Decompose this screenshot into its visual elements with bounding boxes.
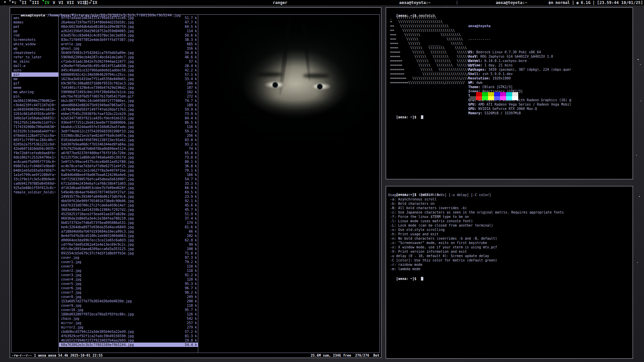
file-row[interactable]: 56469f9983c3f542042ca79fbdb5a09e.jpg34.8… bbox=[59, 51, 198, 55]
bar-tag-ª♀[interactable]: ª♀ bbox=[8, 0, 18, 5]
file-row[interactable]: cover8.jpg249 k bbox=[59, 295, 198, 299]
parent-dir-item[interactable]: d78ebb1128a4727a1c9a~ bbox=[12, 133, 58, 138]
file-row[interactable]: 06036da1b86d5a3e4c2e384fea788210.jpg37.4… bbox=[59, 216, 198, 221]
window-title-terminal-1[interactable]: aexa@toyota:~ bbox=[399, 0, 431, 5]
parent-dir-item[interactable]: mc_skins bbox=[12, 59, 58, 64]
parent-dir-item[interactable]: pet bbox=[12, 24, 58, 29]
file-row[interactable]: cover9.jpg118 k bbox=[59, 303, 198, 308]
layout-symbol-icon[interactable]: []= bbox=[84, 0, 91, 5]
file-row[interactable]: 8e4df54fb28cd5100c1eb9031069d063.jpg102 … bbox=[59, 234, 198, 238]
file-row[interactable]: 549e48c8b4aef646b57077403e9f27af.jpg69.5… bbox=[59, 190, 198, 194]
file-row[interactable]: fdf72583390576dfca45dbea5b610907.jpg54.7… bbox=[59, 177, 198, 181]
file-row[interactable]: ghoul.jpg316 k bbox=[59, 46, 198, 51]
file-row[interactable]: 05fc8e1891daea8209acca6d3a353125.jpg108 … bbox=[59, 247, 198, 251]
file-row[interactable]: 4b165f2f994bf272f9234037b4aa2b03.jpg19.8… bbox=[59, 338, 198, 343]
file-row[interactable]: 9ff97a9aae1d834137a799a918751ce6.jpg51.7… bbox=[59, 16, 198, 20]
file-row[interactable]: ebbe17545c25038f9cfaaf32bc22cb29.jpg73.9… bbox=[59, 112, 198, 116]
parent-dir-item[interactable]: ac6695949039244ce010~ bbox=[12, 107, 58, 112]
file-row[interactable]: 7d43401cf329b4ce7396b47429d196d2.jpg107 … bbox=[59, 85, 198, 90]
parent-dir-item[interactable]: 803f1c7f99fac184c40c~ bbox=[12, 138, 58, 142]
file-row[interactable]: 936e4ff7251c2bd413ee0e7f3b8890b6.jpg86.5… bbox=[59, 120, 198, 125]
file-row[interactable]: cover10.jpg95.7 k bbox=[59, 308, 198, 312]
file-row[interactable]: dbb50f626e909f765401b738e8c90b06.jpg92.1… bbox=[59, 199, 198, 203]
parent-dir-item[interactable]: da366219694e279b062e~ bbox=[12, 99, 58, 103]
file-row[interactable]: bb2c66777906c14cb60589f2f77486ec.jpg74.7… bbox=[59, 99, 198, 103]
file-row[interactable]: b2a53477d03f921ca435cfbbc01eb153.jpg84.4… bbox=[59, 116, 198, 120]
file-row[interactable]: cover4.jpg120 k bbox=[59, 277, 198, 282]
file-row[interactable]: 08dc6023b04db4abd81803a109e98759.jpg60.5… bbox=[59, 24, 198, 29]
parent-dir-item[interactable]: aes bbox=[12, 16, 58, 20]
parent-column[interactable]: aesmemespetpprndScreenshotswhite_widowwp… bbox=[12, 15, 59, 353]
file-row[interactable]: mirror2.jpg279 k bbox=[59, 325, 198, 329]
file-row[interactable]: be4c3264dba8977e036da35d4ace6849.jpg61.6… bbox=[59, 225, 198, 229]
file-row[interactable]: 68a763862e3c3b3c7f801589ef9b5244.jpg54.4… bbox=[59, 343, 198, 347]
bar-tag-V[interactable]: V bbox=[51, 0, 57, 5]
file-row[interactable]: 5969b82209ecb4d287c4bc641de2a0c7.jpg46.6… bbox=[59, 55, 198, 59]
file-row[interactable]: 0101dda6e4df4507091238f23ec91eb2.jpg83.8… bbox=[59, 138, 198, 142]
file-row[interactable]: 680889592c42c34b5064629704cc25cc.jpg57.1… bbox=[59, 72, 198, 77]
file-row[interactable]: mirror.jpg257 k bbox=[59, 321, 198, 325]
parent-dir-item[interactable]: f012fb5c14be9e11dffc~ bbox=[12, 120, 58, 125]
file-row[interactable]: cover7.jpg98.2 k bbox=[59, 290, 198, 295]
file-row[interactable]: b6d7b333d0700c27c2fcde6a459b14ef.jpg45.6… bbox=[59, 203, 198, 207]
file-row[interactable]: abee86842e882675b91949ad7863ad71.jpg189 … bbox=[59, 103, 198, 107]
parent-dir-item[interactable]: rnd bbox=[12, 33, 58, 38]
file-row[interactable]: 5dd307b9ea068cf7b5346344ed9fa84a.jpg93.2… bbox=[59, 142, 198, 146]
parent-dir-item[interactable]: 42bd6071810dd56c9035~ bbox=[12, 146, 58, 151]
file-row[interactable]: bbabdcc532ddae03fe3160d62ba5fade.jpg116 … bbox=[59, 125, 198, 129]
file-row[interactable]: 4e7fef9facc1e1c6627f8a3e4974f1be.jpg70.1… bbox=[59, 168, 198, 173]
parent-dir-item[interactable]: c3b4d239fc4471107d20~ bbox=[12, 103, 58, 107]
file-row[interactable]: a262d1356df26d29018753a359d84085.jpg114 … bbox=[59, 29, 198, 33]
file-row[interactable]: a7188d4bb0afb6fd193684a10eca99c3.jpg66 k bbox=[59, 229, 198, 234]
parent-dir-item[interactable]: white_widow bbox=[12, 42, 58, 46]
file-row[interactable]: cover.jpg97.3 k bbox=[59, 255, 198, 260]
file-row[interactable]: 3683ed0b4c1ad14150b11984c72927d2.jpg45.7… bbox=[59, 207, 198, 212]
file-row[interactable]: d00664ee3da99b7ecc3ce21e65c6a8d3.jpg62.8… bbox=[59, 238, 198, 242]
parent-dir-item[interactable]: cheatsheets bbox=[12, 51, 58, 55]
parent-dir-item[interactable]: dall-e bbox=[12, 64, 58, 68]
parent-dir-item[interactable]: 848b1eb5d165a5bf8567~ bbox=[12, 168, 58, 173]
file-row[interactable]: 153a6057d277e77b3654d36e0d4639d.jpg208 k bbox=[59, 299, 198, 303]
parent-dir-item[interactable]: pin bbox=[12, 72, 58, 77]
file-row[interactable]: 249935776c39340fa040b061f3dbf0c6.jpg23.9… bbox=[59, 194, 198, 199]
parent-dir-item[interactable]: meme bbox=[12, 85, 58, 90]
file-row[interactable]: cover1.jpg79.2 k bbox=[59, 260, 198, 264]
file-row[interactable]: 6713a584e2434e6afcaf68c58b471d03.jpg33.3… bbox=[59, 181, 198, 186]
file-row[interactable]: df163d6aa03b8053cbbe7b7b09ed028f.jpg66.9… bbox=[59, 186, 198, 190]
parent-dir-item[interactable]: 925a3e88b1f59f613c8c~ bbox=[12, 186, 58, 190]
file-row[interactable]: 83bc71f84977852e4de3b9fff5d7f387.jpg38.3… bbox=[59, 38, 198, 42]
parent-dir-item[interactable]: mm bbox=[12, 77, 58, 81]
parent-dir-item[interactable]: 023320c1cbada6a4dffe~ bbox=[12, 129, 58, 133]
parent-dir-item[interactable]: pin. bbox=[12, 94, 58, 99]
file-row[interactable]: d45c49ab81ce32f966ab0e6d1adbbc56.jpg42.2… bbox=[59, 68, 198, 72]
ranger-window[interactable]: aexa@toyota/home/hexe/Pictures/pin/68a76… bbox=[10, 7, 381, 358]
bar-tag-*[interactable]: * bbox=[2, 0, 8, 5]
parent-dir-item[interactable]: ca0b941797885d64569d~ bbox=[12, 181, 58, 186]
file-row[interactable]: a6f877be92370f400bef76f5f16c720e.jpg65.8… bbox=[59, 151, 198, 155]
file-row[interactable]: cdff6e7de05d362a41e4e13ec69c9c2c.jpg99 k bbox=[59, 242, 198, 247]
file-row[interactable]: 6b81f3792e7fd6d573f6ea095086a531.jpg174 … bbox=[59, 221, 198, 225]
file-row[interactable]: cover3118 k bbox=[59, 264, 198, 268]
file-row[interactable]: cover5.jpg95.3 k bbox=[59, 282, 198, 286]
file-row[interactable]: cf1ebc61adc3642e7b302f044ae12477.jpg57 k bbox=[59, 59, 198, 64]
file-row[interactable]: ec4b78cefae7d3dfaf7d9e62751e4f25.jpg36.8… bbox=[59, 164, 198, 168]
parent-dir-item[interactable]: 0205b2a75f5361231c9d~ bbox=[12, 142, 58, 146]
file-column[interactable]: 9ff97a9aae1d834137a799a918751ce6.jpg51.7… bbox=[59, 15, 198, 353]
file-row[interactable]: cover6.jpg96.7 k bbox=[59, 286, 198, 290]
parent-dir-item[interactable]: 7174192008e700a44638~ bbox=[12, 125, 58, 129]
file-row[interactable]: e0cfbe7818f6d5f7d657b17b054175d4.gif272 … bbox=[59, 94, 198, 99]
terminal-cursor[interactable] bbox=[421, 115, 423, 119]
file-row[interactable]: 1e0f1fc99ace4175cdce4b051ed52f80.jpg80.1… bbox=[59, 160, 198, 164]
parent-dir-item[interactable]: ac8caeb75d995f7f34c4~ bbox=[12, 160, 58, 164]
parent-dir-item[interactable]: 09867a1cfc04847e9be8~ bbox=[12, 164, 58, 168]
bar-tag-II[interactable]: II bbox=[18, 0, 28, 5]
file-row[interactable]: 3e8f74eb612c23754205683391998f33.jpg59.2… bbox=[59, 129, 198, 133]
parent-dir-item[interactable]: gif bbox=[12, 81, 58, 85]
file-row[interactable]: cbdb9bcd3794c22a3de305b4e5a22ed9.jpg57.2… bbox=[59, 329, 198, 334]
parent-dir-item[interactable]: me_whoring bbox=[12, 90, 58, 94]
parent-dir-item[interactable]: 33c2f9e1fc3e5c89b9e4~ bbox=[12, 177, 58, 181]
file-row[interactable]: c874b4840d503f149774feb20daf17b3.jpg59.9… bbox=[59, 107, 198, 112]
file-row[interactable]: 188bd032807f072eca76ba5f93fec86c.jpg126 … bbox=[59, 312, 198, 316]
file-row[interactable]: 6a84d6d88ee4f8a067baa6124246a4e6.jpg166 … bbox=[59, 173, 198, 177]
parent-dir-item[interactable]: refer_to_later bbox=[12, 55, 58, 59]
